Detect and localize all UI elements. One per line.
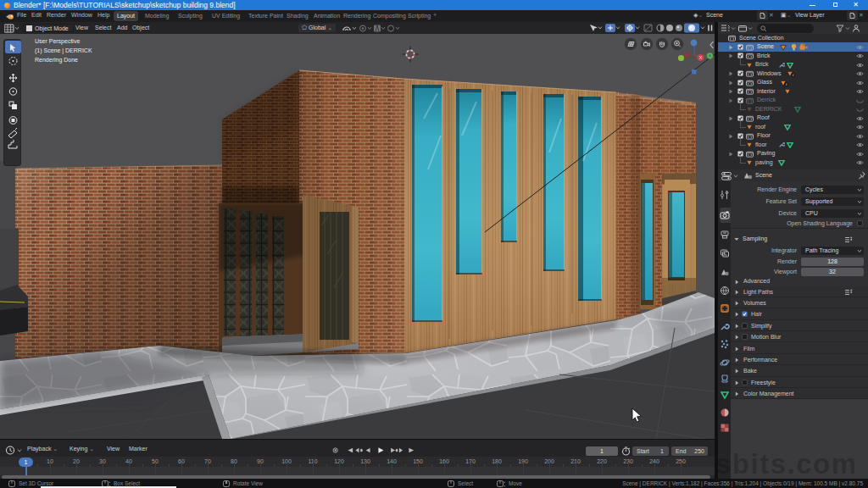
svg-text:(1) Scene | DERRICK: (1) Scene | DERRICK	[35, 47, 92, 54]
svg-text:User Perspective: User Perspective	[35, 38, 80, 45]
svg-text:Rendering Done: Rendering Done	[35, 57, 78, 64]
svg-text:X: X	[699, 55, 703, 60]
